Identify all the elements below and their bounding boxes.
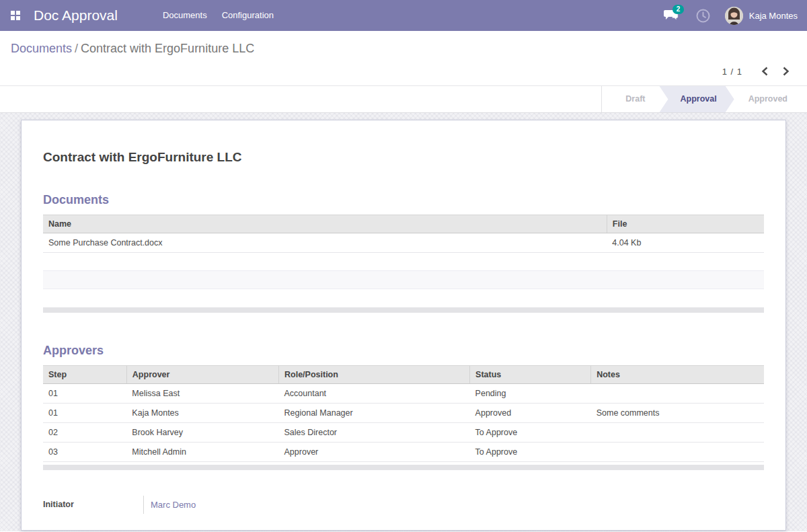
table-row[interactable]: 03Mitchell AdminApproverTo Approve xyxy=(43,442,764,461)
breadcrumb-parent[interactable]: Documents xyxy=(11,42,72,55)
menu-item-configuration[interactable]: Configuration xyxy=(215,0,281,31)
activities-button[interactable] xyxy=(696,9,710,23)
pager-previous-button[interactable] xyxy=(756,64,774,79)
form-sheet: Contract with ErgoFurniture LLC Document… xyxy=(21,120,786,531)
approvers-table: StepApproverRole/PositionStatusNotes01Me… xyxy=(43,365,764,462)
table-row[interactable]: 02Brook HarveySales DirectorTo Approve xyxy=(43,422,764,442)
status-step-draft[interactable]: Draft xyxy=(611,86,659,112)
column-header[interactable]: Step xyxy=(43,365,126,383)
apps-menu-button[interactable] xyxy=(0,0,31,31)
empty-row xyxy=(43,271,764,289)
table-header-row: NameFile xyxy=(43,215,764,233)
statusbar-band: DraftApprovalApproved xyxy=(0,86,807,113)
navbar-right: 2 Kaja Montes xyxy=(664,7,807,25)
breadcrumb-separator: / xyxy=(72,42,81,55)
table-cell[interactable]: Approver xyxy=(279,442,470,461)
approvers-section-heading: Approvers xyxy=(43,344,764,358)
table-cell[interactable]: Brook Harvey xyxy=(126,422,278,442)
table-cell[interactable]: Sales Director xyxy=(279,422,470,442)
top-navbar: Doc Approval Documents Configuration 2 xyxy=(0,0,807,31)
table-cell[interactable]: Some Purchase Contract.docx xyxy=(43,233,607,253)
table-cell[interactable]: Approved xyxy=(470,403,591,422)
column-header[interactable]: Notes xyxy=(591,365,764,383)
table-header-row: StepApproverRole/PositionStatusNotes xyxy=(43,365,764,383)
table-cell[interactable]: To Approve xyxy=(470,442,591,461)
apps-grid-icon xyxy=(11,11,20,20)
control-panel: Documents/Contract with ErgoFurniture LL… xyxy=(0,31,807,86)
table-cell[interactable]: Accountant xyxy=(279,383,470,403)
documents-table: NameFileSome Purchase Contract.docx4.04 … xyxy=(43,215,764,307)
table-row[interactable]: Some Purchase Contract.docx4.04 Kb xyxy=(43,233,764,253)
column-header[interactable]: Name xyxy=(43,215,607,233)
status-step-approval[interactable]: Approval xyxy=(659,86,734,112)
table-cell[interactable] xyxy=(591,442,764,461)
table-cell[interactable]: Regional Manager xyxy=(279,403,470,422)
table-cell[interactable]: Pending xyxy=(470,383,591,403)
pager-value: 1 / 1 xyxy=(722,67,742,77)
table-cell[interactable]: Kaja Montes xyxy=(126,403,278,422)
initiator-label: Initiator xyxy=(43,500,143,509)
empty-row xyxy=(43,253,764,271)
initiator-value[interactable]: Marc Demo xyxy=(151,500,196,510)
app-title[interactable]: Doc Approval xyxy=(34,7,118,24)
breadcrumb: Documents/Contract with ErgoFurniture LL… xyxy=(0,40,807,57)
column-header[interactable]: Approver xyxy=(126,365,278,383)
table-cell[interactable]: 01 xyxy=(43,403,126,422)
column-header[interactable]: Role/Position xyxy=(279,365,470,383)
chevron-right-icon xyxy=(782,67,790,76)
table-cell[interactable] xyxy=(591,383,764,403)
table-cell[interactable]: Melissa East xyxy=(126,383,278,403)
clock-icon xyxy=(696,9,710,23)
messages-button[interactable]: 2 xyxy=(664,9,679,22)
chevron-left-icon xyxy=(761,67,769,76)
documents-table-footer xyxy=(43,307,764,313)
approvers-table-footer xyxy=(43,465,764,470)
user-name[interactable]: Kaja Montes xyxy=(749,11,798,21)
user-avatar[interactable] xyxy=(725,7,743,25)
table-cell[interactable]: 02 xyxy=(43,422,126,442)
empty-row xyxy=(43,289,764,307)
initiator-field: Initiator Marc Demo xyxy=(43,496,764,514)
column-header[interactable]: File xyxy=(607,215,764,233)
table-cell[interactable]: 03 xyxy=(43,442,126,461)
table-row[interactable]: 01Kaja MontesRegional ManagerApprovedSom… xyxy=(43,403,764,422)
main-menu: Documents Configuration xyxy=(155,0,281,31)
menu-item-documents[interactable]: Documents xyxy=(155,0,215,31)
statusbar: DraftApprovalApproved xyxy=(601,86,802,112)
avatar-portrait xyxy=(725,7,743,25)
pager-next-button[interactable] xyxy=(777,64,795,79)
documents-section-heading: Documents xyxy=(43,193,764,207)
form-view-background: Contract with ErgoFurniture LLC Document… xyxy=(0,113,807,531)
messages-count-badge: 2 xyxy=(672,5,685,14)
breadcrumb-current: Contract with ErgoFurniture LLC xyxy=(81,42,254,55)
column-header[interactable]: Status xyxy=(470,365,591,383)
table-cell[interactable]: Mitchell Admin xyxy=(126,442,278,461)
table-cell[interactable]: 01 xyxy=(43,383,126,403)
table-cell[interactable]: 4.04 Kb xyxy=(607,233,764,253)
table-cell[interactable] xyxy=(591,422,764,442)
table-cell[interactable]: Some comments xyxy=(591,403,764,422)
table-cell[interactable]: To Approve xyxy=(470,422,591,442)
field-divider xyxy=(143,496,144,514)
record-title: Contract with ErgoFurniture LLC xyxy=(43,150,764,165)
table-row[interactable]: 01Melissa EastAccountantPending xyxy=(43,383,764,403)
status-step-approved[interactable]: Approved xyxy=(734,86,802,112)
pager: 1 / 1 xyxy=(0,57,807,85)
